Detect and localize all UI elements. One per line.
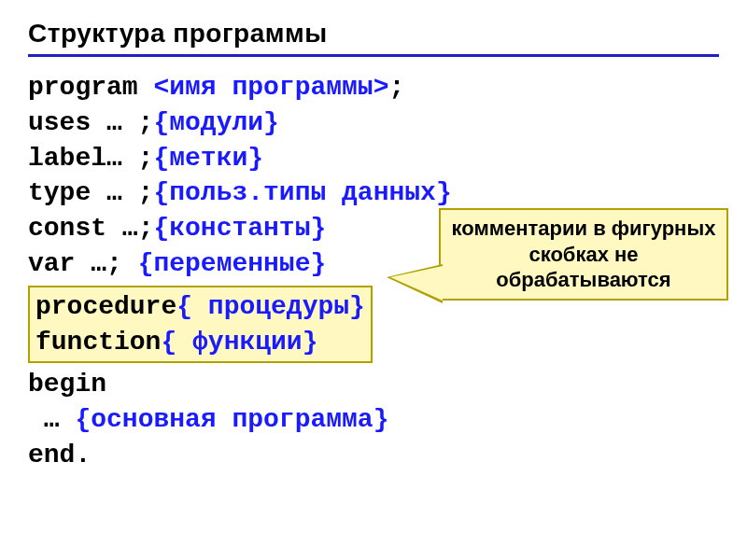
- kw-var: var: [28, 249, 91, 278]
- comment-callout: комментарии в фигурных скобках не обраба…: [439, 208, 728, 301]
- page-title: Структура программы: [28, 19, 719, 57]
- kw-label: label: [28, 144, 106, 173]
- cm-type: {польз.типы данных}: [153, 178, 451, 207]
- kw-const: const: [28, 214, 122, 243]
- kw-program: program: [28, 73, 153, 102]
- kw-procedure: procedure: [35, 292, 176, 321]
- line-end: end.: [28, 438, 719, 473]
- kw-type: type: [28, 178, 106, 207]
- line-procedure: procedure{ процедуры}: [35, 289, 365, 325]
- cm-function: { функции}: [161, 328, 317, 357]
- kw-begin: begin: [28, 370, 106, 399]
- cm-var: {переменные}: [138, 249, 327, 278]
- kw-end: end.: [28, 441, 91, 469]
- ph-program-name: <имя программы>: [153, 73, 388, 102]
- kw-uses: uses: [28, 108, 106, 137]
- line-label: label… ;{метки}: [28, 141, 719, 176]
- code-block: program <имя программы>; uses … ;{модули…: [28, 70, 719, 473]
- procedure-function-box: procedure{ процедуры} function{ функции}: [28, 286, 373, 364]
- ph-const: …;: [122, 214, 154, 243]
- sc-program: ;: [388, 73, 404, 102]
- cm-const: {константы}: [153, 214, 326, 243]
- kw-function: function: [35, 328, 161, 357]
- line-begin: begin: [28, 367, 719, 402]
- cm-label: {метки}: [153, 144, 263, 173]
- ph-main: …: [28, 405, 75, 434]
- line-uses: uses … ;{модули}: [28, 105, 719, 141]
- line-function: function{ функции}: [35, 325, 365, 360]
- line-main: … {основная программа}: [28, 402, 719, 438]
- ph-uses: … ;: [106, 108, 153, 137]
- line-type: type … ;{польз.типы данных}: [28, 175, 719, 211]
- line-program: program <имя программы>;: [28, 70, 719, 105]
- cm-uses: {модули}: [153, 108, 278, 137]
- ph-type: … ;: [106, 178, 153, 207]
- ph-label: … ;: [106, 144, 153, 173]
- cm-procedure: { процедуры}: [176, 292, 365, 321]
- cm-main: {основная программа}: [75, 405, 388, 434]
- ph-var: …;: [91, 249, 137, 278]
